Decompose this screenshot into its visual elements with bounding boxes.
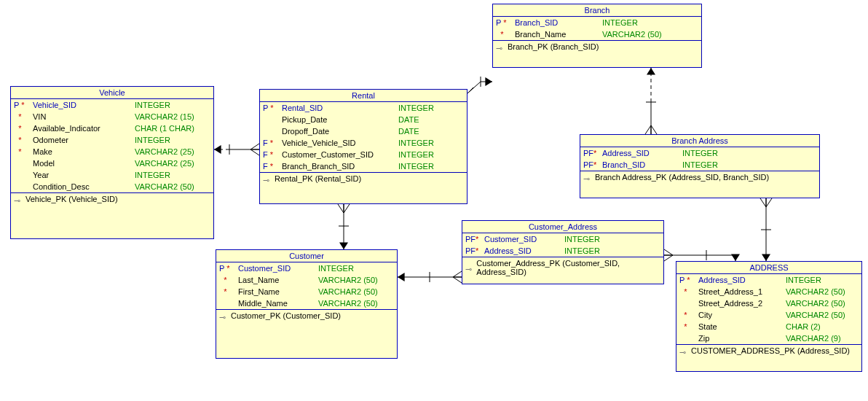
attr-flags: P * — [679, 275, 698, 285]
pk-section: Branch Address_PK (Address_SID, Branch_S… — [580, 171, 819, 183]
entity-vehicle[interactable]: VehicleP *Vehicle_SIDINTEGER *VINVARCHAR… — [10, 86, 214, 239]
attr-name: Pickup_Date — [282, 114, 391, 125]
entity-customer[interactable]: CustomerP *Customer_SIDINTEGER *Last_Nam… — [216, 249, 398, 359]
attr-type: VARCHAR2 (50) — [318, 287, 378, 297]
attr-name: Make — [33, 147, 127, 157]
attr-row: P *Customer_SIDINTEGER — [216, 262, 397, 274]
key-icon — [496, 44, 505, 50]
key-icon — [263, 176, 272, 182]
attr-row: PF*Address_SIDINTEGER — [462, 245, 663, 257]
attr-type: INTEGER — [564, 246, 600, 256]
attr-type: VARCHAR2 (50) — [318, 275, 378, 285]
attr-type: INTEGER — [564, 234, 600, 244]
attr-flags: * — [14, 123, 33, 133]
attr-row: P *Address_SIDINTEGER — [676, 274, 861, 286]
attr-flags: P * — [496, 17, 515, 28]
pk-text: Customer_PK (Customer_SID) — [231, 311, 341, 320]
entity-address[interactable]: ADDRESSP *Address_SIDINTEGER *Street_Add… — [676, 261, 862, 372]
entity-branch[interactable]: BranchP *Branch_SIDINTEGER *Branch_NameV… — [492, 4, 702, 68]
attr-flags — [14, 158, 33, 168]
entity-title: Branch Address — [580, 135, 819, 147]
attr-name: Branch_SID — [602, 160, 675, 170]
attr-type: VARCHAR2 (50) — [602, 29, 662, 39]
attr-name: Model — [33, 158, 127, 168]
attr-flags: PF* — [583, 148, 602, 158]
attr-row: *VINVARCHAR2 (15) — [11, 111, 213, 122]
attr-row: PF*Branch_SIDINTEGER — [580, 159, 819, 171]
svg-marker-13 — [647, 68, 655, 75]
attr-section: PF*Customer_SIDINTEGERPF*Address_SIDINTE… — [462, 233, 663, 257]
attr-name: Street_Address_1 — [698, 287, 778, 297]
entity-title: Customer — [216, 250, 397, 262]
attr-flags: P * — [263, 103, 282, 113]
attr-type: VARCHAR2 (25) — [135, 147, 194, 157]
attr-row: Street_Address_2VARCHAR2 (50) — [676, 297, 861, 309]
svg-line-30 — [760, 198, 766, 207]
attr-name: Zip — [698, 333, 778, 343]
svg-line-0 — [250, 144, 259, 149]
attr-type: VARCHAR2 (25) — [135, 158, 194, 168]
attr-row: *OdometerINTEGER — [11, 134, 213, 146]
entity-branch_address[interactable]: Branch AddressPF*Address_SIDINTEGERPF*Br… — [580, 134, 820, 198]
attr-name: Middle_Name — [238, 298, 311, 308]
attr-name: Vehicle_SID — [33, 100, 127, 110]
attr-row: *MakeVARCHAR2 (25) — [11, 146, 213, 157]
entity-rental[interactable]: RentalP *Rental_SIDINTEGER Pickup_DateDA… — [259, 89, 467, 204]
attr-flags: * — [219, 287, 238, 297]
attr-type: INTEGER — [682, 160, 718, 170]
attr-flags: * — [496, 29, 515, 39]
attr-row: F *Customer_Customer_SIDINTEGER — [260, 149, 467, 160]
attr-row: *Branch_NameVARCHAR2 (50) — [493, 28, 701, 40]
attr-type: INTEGER — [786, 275, 821, 285]
svg-marker-23 — [398, 273, 405, 281]
attr-row: Condition_DescVARCHAR2 (50) — [11, 181, 213, 192]
attr-name: Branch_Branch_SID — [282, 161, 391, 171]
pk-text: Customer_Address_PK (Customer_SID, Addre… — [476, 259, 660, 276]
pk-text: Branch Address_PK (Address_SID, Branch_S… — [595, 173, 769, 182]
attr-row: P *Rental_SIDINTEGER — [260, 102, 467, 114]
erd-canvas: VehicleP *Vehicle_SIDINTEGER *VINVARCHAR… — [0, 0, 868, 401]
attr-section: P *Address_SIDINTEGER *Street_Address_1V… — [676, 274, 861, 345]
attr-flags — [679, 298, 698, 308]
pk-section: Vehicle_PK (Vehicle_SID) — [11, 193, 213, 205]
key-icon — [679, 348, 688, 354]
attr-row: ModelVARCHAR2 (25) — [11, 157, 213, 169]
svg-line-6 — [467, 87, 473, 93]
pk-text: Branch_PK (Branch_SID) — [508, 42, 599, 51]
attr-type: VARCHAR2 (50) — [786, 298, 845, 308]
entity-title: Vehicle — [11, 87, 213, 99]
attr-row: ZipVARCHAR2 (9) — [676, 332, 861, 344]
attr-flags: * — [679, 322, 698, 332]
attr-name: Address_SID — [484, 246, 557, 256]
attr-name: Customer_Customer_SID — [282, 149, 391, 160]
attr-flags: P * — [14, 100, 33, 110]
attr-flags: * — [679, 310, 698, 320]
attr-name: State — [698, 322, 778, 332]
attr-flags: * — [219, 275, 238, 285]
svg-line-27 — [664, 255, 673, 261]
attr-flags — [219, 298, 238, 308]
svg-line-25 — [664, 249, 673, 255]
attr-type: INTEGER — [398, 149, 434, 160]
svg-marker-33 — [762, 254, 770, 261]
attr-type: INTEGER — [318, 263, 354, 273]
attr-name: Last_Name — [238, 275, 311, 285]
attr-flags — [263, 126, 282, 136]
pk-text: CUSTOMER_ADDRESS_PK (Address_SID) — [691, 346, 850, 355]
attr-row: *First_NameVARCHAR2 (50) — [216, 286, 397, 297]
attr-type: VARCHAR2 (9) — [786, 333, 841, 343]
attr-flags: PF* — [465, 234, 484, 244]
attr-name: Branch_Name — [515, 29, 595, 39]
entity-customer_address[interactable]: Customer_AddressPF*Customer_SIDINTEGERPF… — [462, 220, 664, 284]
attr-name: Rental_SID — [282, 103, 391, 113]
svg-line-15 — [338, 204, 344, 213]
attr-name: Address_SID — [698, 275, 778, 285]
key-icon — [14, 196, 23, 203]
attr-type: INTEGER — [398, 103, 434, 113]
pk-section: Branch_PK (Branch_SID) — [493, 41, 701, 52]
attr-flags — [679, 333, 698, 343]
pk-section: Customer_PK (Customer_SID) — [216, 310, 397, 322]
attr-name: Address_SID — [602, 148, 675, 158]
attr-flags — [14, 170, 33, 180]
attr-section: PF*Address_SIDINTEGERPF*Branch_SIDINTEGE… — [580, 147, 819, 171]
